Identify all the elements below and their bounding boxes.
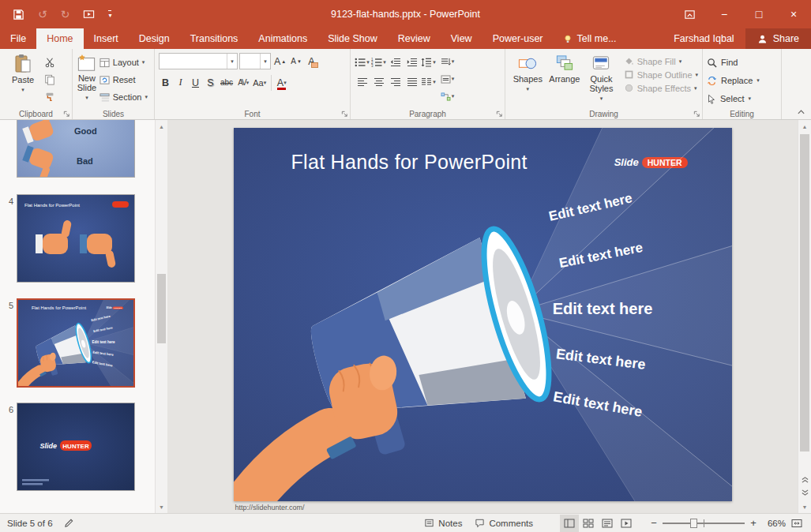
slide-footer-link[interactable]: http://slidehunter.com/	[235, 504, 732, 511]
pen-button[interactable]	[64, 518, 74, 528]
collapse-ribbon-button[interactable]	[797, 109, 805, 115]
ribbon-display-options-button[interactable]	[672, 0, 707, 28]
notes-button[interactable]: Notes	[418, 514, 468, 532]
bullets-button[interactable]: ▾	[355, 54, 370, 70]
shape-outline-button[interactable]: Shape Outline▾	[624, 69, 698, 80]
reset-button[interactable]: Reset	[97, 72, 150, 88]
minimize-button[interactable]: −	[707, 0, 742, 28]
scroll-up-icon[interactable]: ▲	[798, 120, 811, 133]
redo-button[interactable]: ↻	[61, 8, 70, 21]
grow-font-button[interactable]: A▲	[272, 53, 287, 69]
shape-fill-button[interactable]: Shape Fill▾	[624, 56, 698, 66]
tab-transitions[interactable]: Transitions	[180, 28, 249, 49]
qat-customize-button[interactable]: ▾	[108, 10, 111, 19]
normal-view-button[interactable]	[560, 515, 579, 532]
shrink-font-button[interactable]: A▼	[289, 53, 303, 69]
start-slideshow-button[interactable]	[83, 9, 95, 21]
zoom-in-button[interactable]: +	[746, 517, 760, 529]
character-spacing-button[interactable]: AV▾	[236, 74, 250, 91]
fit-slide-button[interactable]	[787, 515, 806, 532]
previous-slide-button[interactable]	[798, 474, 811, 486]
select-button[interactable]: Select▾	[707, 91, 760, 107]
align-center-button[interactable]	[371, 74, 386, 90]
clear-formatting-button[interactable]: A	[305, 53, 318, 69]
find-button[interactable]: Find	[707, 54, 760, 70]
format-painter-button[interactable]	[42, 89, 58, 105]
layout-button[interactable]: Layout▾	[97, 54, 150, 70]
thumbnail-slide-6[interactable]: Slide HUNTER	[17, 403, 135, 491]
next-slide-button[interactable]	[798, 486, 811, 499]
thumbnail-slide-4[interactable]: Flat Hands for PowerPoint	[17, 194, 135, 283]
zoom-out-button[interactable]: −	[647, 517, 661, 529]
align-left-button[interactable]	[355, 74, 370, 90]
slide-show-view-button[interactable]	[617, 515, 636, 532]
zoom-slider[interactable]	[663, 514, 745, 532]
font-size-combo[interactable]: ▾	[239, 53, 271, 69]
edit-text-placeholder[interactable]: Edit text here	[552, 300, 652, 317]
zoom-level[interactable]: 66%	[760, 519, 787, 528]
copy-button[interactable]	[42, 72, 58, 88]
undo-button[interactable]: ↺	[38, 8, 47, 21]
shapes-button[interactable]: Shapes ▾	[509, 51, 546, 107]
reading-view-button[interactable]	[598, 515, 617, 532]
tab-review[interactable]: Review	[388, 28, 441, 49]
text-shadow-button[interactable]: S	[204, 74, 217, 91]
quick-styles-button[interactable]: Quick Styles ▾	[583, 51, 620, 107]
slide-canvas[interactable]: Flat Hands for PowerPoint Slide HUNTER	[167, 120, 798, 513]
increase-indent-button[interactable]	[404, 54, 419, 70]
scroll-down-icon[interactable]: ▼	[798, 500, 811, 513]
underline-button[interactable]: U	[189, 74, 202, 91]
decrease-indent-button[interactable]	[388, 54, 403, 70]
comments-button[interactable]: Comments	[468, 514, 539, 532]
zoom-slider-thumb[interactable]	[690, 519, 697, 528]
tab-power-user[interactable]: Power-user	[482, 28, 554, 49]
paragraph-dialog-launcher[interactable]	[496, 111, 503, 118]
new-slide-button[interactable]: New Slide ▾	[77, 51, 97, 107]
italic-button[interactable]: I	[174, 74, 187, 91]
align-text-button[interactable]: ▾	[440, 71, 455, 87]
thumbnail-scrollbar[interactable]: ▲ ▼	[155, 120, 167, 513]
megaphone-artwork[interactable]: Edit text here Edit text here Edit text …	[234, 128, 732, 501]
thumbnail-slide-5[interactable]: Flat Hands for PowerPoint Slide HUNTER	[17, 298, 135, 388]
columns-button[interactable]: ▾	[421, 74, 436, 90]
bold-button[interactable]: B	[159, 74, 172, 91]
save-button[interactable]	[13, 9, 24, 21]
slide-thumbnail-panel[interactable]: Good Bad 4 Flat Hands for PowerPoint 5	[0, 120, 155, 513]
tab-view[interactable]: View	[441, 28, 482, 49]
line-spacing-button[interactable]: ▾	[421, 54, 436, 70]
scroll-down-icon[interactable]: ▼	[156, 500, 167, 513]
cut-button[interactable]	[42, 54, 58, 70]
tab-slide-show[interactable]: Slide Show	[317, 28, 388, 49]
font-color-button[interactable]: A▾	[275, 74, 288, 91]
align-right-button[interactable]	[388, 74, 403, 90]
tab-design[interactable]: Design	[129, 28, 180, 49]
user-name[interactable]: Farshad Iqbal	[663, 28, 745, 49]
tab-file[interactable]: File	[0, 28, 36, 49]
thumbnail-scrollbar-thumb[interactable]	[157, 274, 166, 343]
tab-animations[interactable]: Animations	[248, 28, 317, 49]
numbering-button[interactable]: 123▾	[371, 54, 386, 70]
tell-me-box[interactable]: Tell me...	[554, 28, 626, 49]
slide-5-editing-surface[interactable]: Flat Hands for PowerPoint Slide HUNTER	[234, 128, 732, 501]
justify-button[interactable]	[404, 74, 419, 90]
clipboard-dialog-launcher[interactable]	[63, 111, 70, 118]
tab-insert[interactable]: Insert	[84, 28, 129, 49]
replace-button[interactable]: Replace▾	[707, 73, 760, 88]
share-button[interactable]: Share	[745, 28, 811, 49]
shape-effects-button[interactable]: Shape Effects▾	[624, 83, 698, 93]
close-button[interactable]: ×	[776, 0, 811, 28]
convert-to-smartart-button[interactable]: ▾	[440, 88, 455, 104]
drawing-dialog-launcher[interactable]	[693, 111, 700, 118]
font-name-combo[interactable]: ▾	[159, 53, 238, 69]
change-case-button[interactable]: Aa▾	[251, 74, 268, 91]
section-button[interactable]: Section▾	[97, 89, 150, 105]
thumbnail-slide-3[interactable]: Good Bad	[17, 120, 135, 178]
scroll-up-icon[interactable]: ▲	[156, 120, 167, 133]
main-scrollbar-thumb[interactable]	[800, 134, 809, 451]
text-direction-button[interactable]: ▾	[440, 54, 455, 69]
tab-home[interactable]: Home	[36, 28, 83, 49]
strikethrough-button[interactable]: abc	[219, 74, 235, 91]
maximize-button[interactable]: □	[742, 0, 776, 28]
paste-button[interactable]: Paste ▾	[4, 51, 42, 107]
main-scrollbar[interactable]: ▲ ▼	[798, 120, 811, 513]
